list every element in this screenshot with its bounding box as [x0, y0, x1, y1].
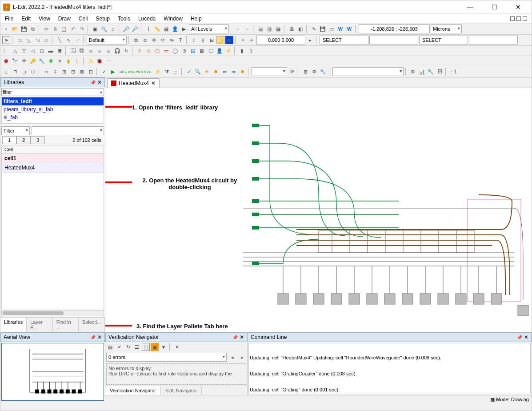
shape2-icon[interactable]: ◇ [144, 47, 152, 55]
bino-icon[interactable]: 🔭 [11, 57, 19, 65]
vnav-down-icon[interactable]: ▼ [160, 343, 168, 351]
close-button[interactable]: ✕ [510, 4, 526, 11]
extra2-icon[interactable]: ⊟ [69, 68, 77, 76]
cell-tab-1[interactable]: 1 [2, 136, 16, 144]
vnav-prev-icon[interactable]: ◂ [228, 353, 236, 361]
mdi-close-icon[interactable] [523, 16, 527, 21]
dist-v-icon[interactable]: ⇕ [51, 68, 59, 76]
aerial-pin-icon[interactable]: 📌 [90, 335, 96, 340]
cross-icon[interactable]: ✕ [56, 57, 64, 65]
poly3-tool-icon[interactable]: ▱ [42, 36, 50, 44]
pencil-icon[interactable]: ✎ [310, 25, 318, 33]
zoom-fit-icon[interactable]: ▣ [91, 25, 99, 33]
tab-verification-navigator[interactable]: Verification Navigator [105, 386, 161, 395]
cut-icon[interactable]: ✂ [42, 25, 50, 33]
command-output[interactable]: Updating: cell "HeatedMux4" Updating: ce… [248, 343, 531, 394]
library-item-filters-ledit[interactable]: filters_ledit [2, 97, 104, 105]
drop-icon[interactable]: ⬢ [2, 57, 10, 65]
tab-find-in[interactable]: Find in ... [53, 318, 79, 332]
vnav-sel1-icon[interactable]: ▢ [142, 343, 150, 351]
text-tool-icon[interactable]: T [176, 36, 184, 44]
ungroup-icon[interactable]: ⧄ [141, 36, 149, 44]
grp5-icon[interactable]: ⧆ [104, 47, 112, 55]
library-item-sifab[interactable]: si_fab [2, 113, 104, 121]
vnav-rot-icon[interactable]: ↻ [124, 343, 132, 351]
person-icon[interactable]: 👤 [171, 25, 179, 33]
extra4-icon[interactable]: ⊡ [87, 68, 95, 76]
ruler-icon[interactable]: 📏 [153, 25, 161, 33]
dist-h-icon[interactable]: ⇿ [42, 68, 50, 76]
bug-icon[interactable]: 🐞 [96, 57, 104, 65]
mag-icon[interactable]: 🔍 [194, 68, 202, 76]
layers2-icon[interactable]: ▥ [265, 25, 273, 33]
sun1-icon[interactable]: ☀ [203, 68, 211, 76]
vnav-list-icon[interactable]: ☰ [133, 343, 141, 351]
cell-filter-mode[interactable]: Filter [1, 126, 30, 135]
saveall-icon[interactable]: ⧉ [29, 25, 37, 33]
al-r-icon[interactable]: ⊐ [20, 68, 28, 76]
measure-icon[interactable]: ⟟ [190, 36, 198, 44]
tab-sdl-navigator[interactable]: SDL Navigator [161, 386, 202, 395]
fill2-icon[interactable]: ▯ [73, 57, 81, 65]
wrench2-icon[interactable]: 🔧 [319, 68, 327, 76]
copy-icon[interactable]: ⎘ [51, 25, 59, 33]
wand-icon[interactable]: ✨ [87, 57, 95, 65]
measure2-icon[interactable]: ⟠ [199, 36, 207, 44]
style-combo[interactable]: Default [87, 36, 127, 44]
dots-icon[interactable]: ⋯ [104, 57, 112, 65]
library-item-pteam[interactable]: pteam_library_si_fab [2, 105, 104, 113]
menu-file[interactable]: File [5, 16, 13, 22]
new-icon[interactable]: ▫ [2, 25, 10, 33]
snap-icon[interactable]: ✧ [239, 36, 247, 44]
go-icon[interactable]: ▸ [306, 36, 314, 44]
tri3-icon[interactable]: ◁ [29, 47, 37, 55]
sun2-icon[interactable]: ✺ [212, 68, 220, 76]
extra1-icon[interactable]: ⊞ [60, 68, 68, 76]
sq1-icon[interactable]: ◻ [38, 47, 46, 55]
play3-icon[interactable]: ▶ [109, 68, 117, 76]
snap2-icon[interactable]: ⌖ [248, 36, 256, 44]
shape4-icon[interactable]: ▭ [162, 47, 170, 55]
find-icon[interactable]: 🔎 [122, 25, 130, 33]
measure3-icon[interactable]: ⊞ [208, 36, 216, 44]
person2-icon[interactable]: 👤 [216, 47, 224, 55]
wrench3-icon[interactable]: 🔧 [427, 68, 435, 76]
left2-icon[interactable]: ⇐ [220, 68, 228, 76]
arrow-left-icon[interactable]: ← [234, 25, 242, 33]
right2-icon[interactable]: ⇒ [229, 68, 237, 76]
filter-icon[interactable]: ⧩ [163, 68, 171, 76]
vnav-close-icon[interactable]: ✕ [240, 334, 244, 340]
bolt2-icon[interactable]: ⚡ [154, 68, 162, 76]
sun3-icon[interactable]: ✹ [238, 68, 246, 76]
wrench-icon[interactable]: 🔧 [38, 57, 46, 65]
layers3-icon[interactable]: ▦ [274, 25, 282, 33]
panel-close-icon[interactable]: ✕ [97, 79, 102, 85]
cell-hscroll[interactable] [1, 310, 104, 316]
layout-canvas[interactable]: 1. Open the 'filters_ledit' library 2. O… [105, 88, 532, 332]
maximize-button[interactable]: ☐ [486, 4, 502, 11]
text-label-icon[interactable]: ▤ [189, 47, 197, 55]
menu-cell[interactable]: Cell [79, 16, 88, 22]
gear-icon[interactable]: ⚙ [310, 68, 318, 76]
refresh-icon[interactable]: ⟳ [288, 68, 296, 76]
eye-icon[interactable]: 👁 [20, 57, 28, 65]
shape3-icon[interactable]: ▢ [153, 47, 161, 55]
grp3-icon[interactable]: ⧈ [87, 47, 95, 55]
align-l-icon[interactable]: ⎸ [2, 47, 10, 55]
doc-tab-close-icon[interactable]: ✕ [151, 80, 156, 86]
tri1-icon[interactable]: △ [11, 47, 19, 55]
cell-tab-3[interactable]: 3 [31, 136, 45, 144]
cell-filter-value[interactable] [32, 126, 104, 135]
al-l-icon[interactable]: ⊏ [2, 68, 10, 76]
flag2-icon[interactable]: ▯ [247, 47, 255, 55]
cmd-close-icon[interactable]: ✕ [524, 334, 528, 340]
menu-tools[interactable]: Tools [118, 16, 130, 22]
doc-tab-heatedmux4[interactable]: HeatedMux4 ✕ [107, 78, 160, 88]
extra3-icon[interactable]: ⊠ [78, 68, 86, 76]
menu-view[interactable]: View [39, 16, 50, 22]
menu-window[interactable]: Window [164, 16, 183, 22]
mdi-minimize-icon[interactable] [510, 16, 515, 21]
tab-selection[interactable]: Selecti... [79, 318, 105, 332]
sq2-icon[interactable]: ▬ [47, 47, 55, 55]
gear2-icon[interactable]: ⚙ [409, 68, 417, 76]
